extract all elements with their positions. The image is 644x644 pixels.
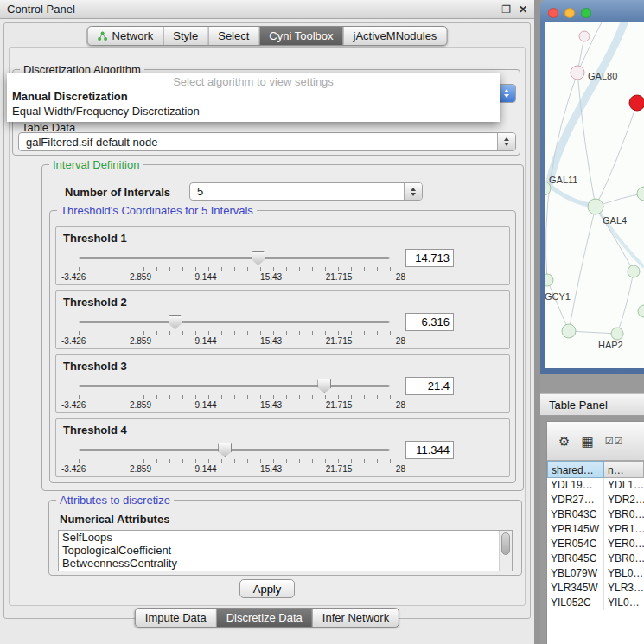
node-hap2[interactable]: [611, 328, 623, 340]
tab-jactivemnodules[interactable]: jActiveMNodules: [344, 27, 447, 45]
threshold-2-slider[interactable]: [79, 315, 390, 330]
table-cell[interactable]: YBR0…: [604, 552, 644, 566]
minimize-traffic-icon[interactable]: [564, 8, 575, 18]
table-cell[interactable]: YDR2…: [604, 493, 644, 507]
node-gal4[interactable]: [588, 199, 603, 214]
table-cell[interactable]: YPR145W: [547, 522, 604, 537]
table-row[interactable]: YLR345W YLR3…: [547, 581, 644, 596]
table-cell[interactable]: YER0…: [604, 537, 644, 552]
table-cell[interactable]: YBR043C: [547, 507, 604, 522]
node-red-selected[interactable]: [629, 95, 644, 111]
threshold-3-slider[interactable]: [79, 379, 390, 394]
attributes-scrollbar[interactable]: [499, 531, 512, 571]
threshold-3-value-field[interactable]: [405, 377, 454, 395]
table-cell[interactable]: YPR1…: [604, 522, 644, 537]
tab-discretize-data[interactable]: Discretize Data: [217, 609, 313, 627]
number-of-intervals-combobox[interactable]: 5: [189, 182, 423, 201]
table-cell[interactable]: YBR0…: [604, 507, 644, 522]
table-cell[interactable]: YDR27…: [547, 493, 604, 507]
table-cell[interactable]: YBL079W: [547, 566, 604, 581]
tab-network[interactable]: Network: [88, 27, 164, 45]
algorithm-option-manual[interactable]: Manual Discretization: [7, 89, 500, 104]
tab-select[interactable]: Select: [208, 27, 259, 45]
node[interactable]: [579, 31, 590, 41]
close-icon[interactable]: ✕: [519, 3, 527, 16]
table-data-stepper-icon[interactable]: [497, 133, 515, 150]
apply-button[interactable]: Apply: [239, 579, 295, 598]
scrollbar-thumb[interactable]: [501, 532, 510, 555]
node[interactable]: [638, 305, 644, 317]
table-cell[interactable]: YDL19…: [547, 478, 604, 493]
tab-style[interactable]: Style: [163, 27, 208, 45]
table-row[interactable]: YBR045C YBR0…: [547, 552, 644, 566]
table-cell[interactable]: YIL0…: [604, 596, 644, 610]
network-view-window: GAL80 GAL11 GAL4 GCY1 HAP2: [540, 0, 644, 374]
gear-icon[interactable]: ⚙: [558, 435, 570, 448]
slider-handle[interactable]: [252, 251, 265, 265]
node[interactable]: [628, 265, 640, 277]
node-gal80[interactable]: [571, 66, 584, 80]
table-cell[interactable]: YLR345W: [547, 581, 604, 596]
interval-definition-legend: Interval Definition: [49, 158, 143, 171]
tab-cyni-toolbox[interactable]: Cyni Toolbox: [259, 27, 343, 45]
column-header-shared-name[interactable]: shared…: [547, 461, 604, 478]
list-item[interactable]: BetweennessCentrality: [59, 557, 512, 570]
table-data-combobox[interactable]: galFiltered.sif default node: [18, 132, 516, 151]
scale-tick-label: 28: [396, 464, 405, 474]
node[interactable]: [637, 187, 644, 201]
table-row[interactable]: YDR27… YDR2…: [547, 493, 644, 507]
node-label: GCY1: [545, 291, 571, 302]
table-row[interactable]: YDL19… YDL1…: [547, 478, 644, 493]
list-item[interactable]: SelfLoops: [59, 531, 512, 544]
slider-handle[interactable]: [317, 379, 331, 393]
table-row[interactable]: YIL052C YIL0…: [547, 596, 644, 610]
scale-tick-label: 2.859: [130, 464, 151, 474]
node[interactable]: [562, 324, 576, 338]
tab-infer-network[interactable]: Infer Network: [313, 609, 399, 627]
threshold-4-slider[interactable]: [79, 443, 390, 458]
threshold-1-value-field[interactable]: [405, 249, 454, 267]
select-columns-icon[interactable]: ☑☑: [605, 437, 624, 446]
slider-handle[interactable]: [169, 315, 182, 329]
scale-tick-label: 21.715: [326, 464, 353, 474]
slider-track[interactable]: [79, 257, 390, 259]
table-cell[interactable]: YBL0…: [604, 566, 644, 581]
column-header-name[interactable]: n…: [604, 461, 644, 478]
threshold-2-value-field[interactable]: [405, 313, 454, 331]
float-window-icon[interactable]: ❐: [501, 3, 511, 16]
list-item[interactable]: TopologicalCoefficient: [59, 544, 512, 557]
table-cell[interactable]: YER054C: [547, 537, 604, 552]
node-label: GAL4: [603, 215, 627, 226]
scale-tick-label: 28: [396, 400, 405, 410]
scale-tick-label: 2.859: [130, 336, 151, 346]
table-cell[interactable]: YIL052C: [547, 596, 604, 610]
tab-impute-data[interactable]: Impute Data: [136, 609, 217, 627]
network-canvas[interactable]: GAL80 GAL11 GAL4 GCY1 HAP2: [545, 22, 644, 368]
zoom-traffic-icon[interactable]: [581, 8, 591, 18]
number-of-intervals-stepper-icon[interactable]: [404, 183, 422, 200]
table-row[interactable]: YBL079W YBL0…: [547, 566, 644, 581]
close-traffic-icon[interactable]: [548, 8, 558, 18]
table-row[interactable]: YER054C YER0…: [547, 537, 644, 552]
slider-track[interactable]: [79, 321, 390, 323]
table-row[interactable]: YPR145W YPR1…: [547, 522, 644, 537]
scale-tick-label: 2.859: [130, 272, 151, 282]
slider-ticks: [79, 267, 391, 271]
slider-track[interactable]: [79, 449, 390, 451]
slider-scale: -3.426 2.859 9.144 15.43 21.715 28: [61, 336, 405, 346]
table-cell[interactable]: YLR3…: [604, 581, 644, 596]
algorithm-stepper-icon[interactable]: [497, 85, 515, 102]
slider-handle[interactable]: [218, 443, 232, 457]
table-panel-window: ⚙ ▦ ☑☑ shared… n… YDL19… YDL1… YDR27… YD…: [546, 421, 644, 644]
node-gcy1[interactable]: [545, 274, 553, 286]
table-cell[interactable]: YDL1…: [604, 478, 644, 493]
threshold-4-value-field[interactable]: [405, 441, 454, 459]
columns-icon[interactable]: ▦: [581, 435, 593, 448]
threshold-1-slider[interactable]: [79, 251, 390, 266]
algorithm-option-equal-width[interactable]: Equal Width/Frequency Discretization: [7, 104, 500, 118]
table-row[interactable]: YBR043C YBR0…: [547, 507, 644, 522]
slider-track[interactable]: [79, 385, 390, 387]
table-cell[interactable]: YBR045C: [547, 552, 604, 566]
node-label: HAP2: [598, 340, 623, 350]
numerical-attributes-label: Numerical Attributes: [60, 513, 169, 526]
